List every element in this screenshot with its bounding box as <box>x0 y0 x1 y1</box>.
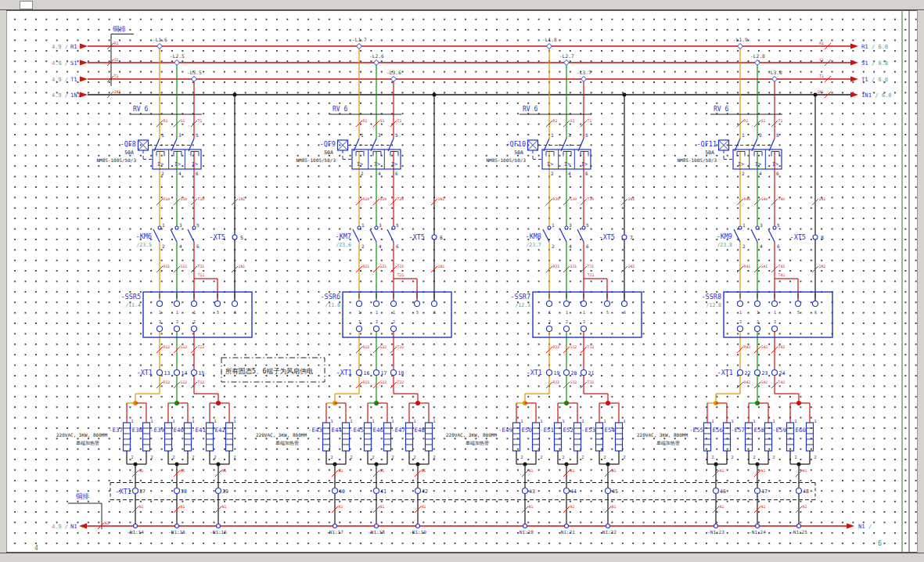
heater-element[interactable] <box>574 423 581 451</box>
n1-connection[interactable] <box>523 524 527 528</box>
xt5-terminal[interactable] <box>432 235 437 240</box>
xt5-terminal[interactable] <box>232 235 237 240</box>
contactor-terminal[interactable] <box>358 226 361 229</box>
xt1-mid-label[interactable]: -XT1 <box>336 369 352 376</box>
n1-connection[interactable] <box>375 524 379 528</box>
heater-element[interactable] <box>616 423 623 451</box>
xt1-terminal[interactable] <box>157 370 163 376</box>
xt1-bottom-terminal[interactable] <box>796 488 802 494</box>
breaker-label[interactable]: -QF11 <box>696 140 717 148</box>
ssr-terminal[interactable] <box>215 301 221 307</box>
heater-label[interactable]: -E52 <box>559 427 573 434</box>
contactor-terminal[interactable] <box>582 226 585 229</box>
heater-label[interactable]: -E42 <box>211 427 225 434</box>
heater-label[interactable]: -E47 <box>391 427 405 434</box>
tap-diamond[interactable] <box>174 60 180 66</box>
xt5-label[interactable]: -XT5 <box>599 233 615 241</box>
breaker-label[interactable]: -QF8 <box>120 140 136 148</box>
n1-connection[interactable] <box>565 524 569 528</box>
tap-diamond[interactable] <box>374 60 379 66</box>
xt1-terminal[interactable] <box>547 370 552 376</box>
ssr-terminal[interactable] <box>374 326 379 332</box>
heater-label[interactable]: -E46 <box>369 427 384 434</box>
xt1-strip-label[interactable]: -XT1 <box>116 488 131 495</box>
ssr-terminal[interactable] <box>157 326 163 332</box>
contactor-label[interactable]: -KM7 <box>336 232 351 240</box>
n1-connection[interactable] <box>217 524 221 528</box>
ssr-terminal[interactable] <box>738 301 743 307</box>
ssr-terminal[interactable] <box>192 326 197 332</box>
connection-arrow[interactable] <box>847 524 854 529</box>
ssr-terminal[interactable] <box>232 301 238 307</box>
heater-label[interactable]: -E41 <box>192 427 206 434</box>
xt1-bottom-terminal[interactable] <box>374 488 379 494</box>
contactor-terminal[interactable] <box>158 226 161 229</box>
heater-label[interactable]: -E51 <box>540 427 554 434</box>
ssr-label[interactable]: -SSR8 <box>701 293 721 301</box>
heater-label[interactable]: -E58 <box>750 427 765 434</box>
contactor-terminal[interactable] <box>565 226 568 229</box>
ssr-terminal[interactable] <box>174 301 180 307</box>
ssr-terminal[interactable] <box>547 301 552 307</box>
contactor-terminal[interactable] <box>392 226 395 229</box>
connection-arrow[interactable] <box>80 60 88 66</box>
heater-label[interactable]: -E44 <box>328 427 343 434</box>
contactor-terminal[interactable] <box>375 226 378 229</box>
heater-label[interactable]: -E39 <box>150 427 164 434</box>
ssr-terminal[interactable] <box>755 301 760 307</box>
xt1-terminal[interactable] <box>564 370 570 376</box>
tap-diamond[interactable] <box>738 44 743 49</box>
heater-element[interactable] <box>426 423 433 451</box>
heater-label[interactable]: -E55 <box>689 427 703 434</box>
heater-label[interactable]: -E53 <box>581 427 595 434</box>
heater-label[interactable]: -E50 <box>518 427 533 434</box>
ssr-terminal[interactable] <box>415 301 420 307</box>
xt1-bottom-terminal[interactable] <box>133 488 138 494</box>
heater-element[interactable] <box>143 423 150 451</box>
ssr-terminal[interactable] <box>547 326 552 332</box>
ssr-terminal[interactable] <box>391 326 397 332</box>
heater-label[interactable]: -E60 <box>792 427 807 434</box>
tap-diamond[interactable] <box>755 60 760 66</box>
heater-element[interactable] <box>384 423 391 451</box>
xt1-terminal[interactable] <box>374 370 379 376</box>
ssr-terminal[interactable] <box>357 301 362 307</box>
n1-connection[interactable] <box>714 524 718 528</box>
breaker-label[interactable]: -QF10 <box>505 140 526 148</box>
contactor-label[interactable]: -KM6 <box>136 232 152 240</box>
tap-diamond[interactable] <box>157 44 163 49</box>
xt1-bottom-terminal[interactable] <box>755 488 760 494</box>
n1-connection[interactable] <box>134 524 138 528</box>
connection-arrow[interactable] <box>80 77 88 82</box>
contactor-terminal[interactable] <box>192 226 196 229</box>
ssr-terminal[interactable] <box>564 301 570 307</box>
n1-connection[interactable] <box>175 524 179 528</box>
n1-connection[interactable] <box>416 524 420 528</box>
ssr-terminal[interactable] <box>755 326 760 332</box>
contactor-label[interactable]: -KM8 <box>526 232 541 240</box>
ssr-terminal[interactable] <box>157 301 163 307</box>
n1-connection[interactable] <box>606 524 610 528</box>
heater-element[interactable] <box>343 423 350 451</box>
contactor-terminal[interactable] <box>548 226 551 229</box>
ssr-terminal[interactable] <box>564 326 570 332</box>
xt1-bottom-terminal[interactable] <box>523 488 528 494</box>
xt1-terminal[interactable] <box>755 370 760 376</box>
heater-label[interactable]: -E56 <box>709 427 724 434</box>
ssr-terminal[interactable] <box>605 301 610 307</box>
xt1-terminal[interactable] <box>357 370 362 376</box>
n1-connection[interactable] <box>333 524 337 528</box>
tap-diamond[interactable] <box>192 77 197 82</box>
xt5-terminal[interactable] <box>622 235 627 240</box>
xt1-terminal[interactable] <box>738 370 743 376</box>
xt5-label[interactable]: -XT5 <box>210 233 225 241</box>
xt5-label[interactable]: -XT5 <box>790 233 806 241</box>
connection-arrow[interactable] <box>850 44 858 49</box>
contactor-label[interactable]: -KM9 <box>717 232 732 240</box>
xt1-terminal[interactable] <box>391 370 397 376</box>
connection-arrow[interactable] <box>850 60 858 66</box>
tap-diamond[interactable] <box>564 60 570 66</box>
n1-connection[interactable] <box>797 524 801 528</box>
xt5-label[interactable]: -XT5 <box>409 233 425 241</box>
heater-element[interactable] <box>765 423 772 451</box>
